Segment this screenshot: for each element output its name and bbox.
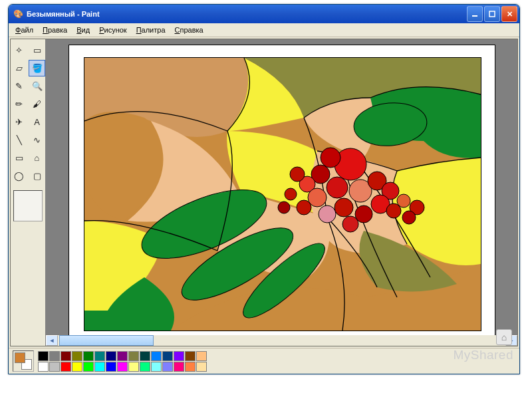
color-swatch[interactable] (83, 351, 94, 361)
canvas-area: ◄ ► (46, 39, 517, 346)
color-swatch[interactable] (38, 362, 49, 372)
color-swatch[interactable] (106, 351, 116, 361)
color-swatch[interactable] (128, 351, 139, 361)
menu-item-0[interactable]: Файл (11, 25, 38, 35)
tool-roundrect[interactable]: ▢ (29, 168, 45, 184)
svg-point-26 (402, 211, 416, 224)
color-swatch[interactable] (140, 362, 150, 372)
svg-point-16 (334, 198, 353, 217)
palette-row-2 (38, 362, 207, 372)
artwork (84, 57, 481, 331)
maximize-button[interactable] (484, 6, 500, 22)
svg-point-27 (285, 188, 297, 200)
tool-freeform-select[interactable]: ✧ (11, 42, 27, 59)
color-swatch[interactable] (151, 362, 162, 372)
tool-polygon[interactable]: ⌂ (29, 150, 45, 166)
current-colors[interactable] (13, 350, 34, 372)
tool-options[interactable] (13, 190, 43, 221)
svg-point-8 (321, 148, 340, 168)
color-swatch[interactable] (117, 362, 128, 372)
color-swatch[interactable] (94, 362, 105, 372)
menu-item-2[interactable]: Вид (72, 25, 94, 35)
tool-rect-select[interactable]: ▭ (29, 42, 45, 59)
color-swatch[interactable] (72, 362, 82, 372)
close-button[interactable]: ✕ (501, 6, 517, 22)
menu-item-1[interactable]: Правка (38, 25, 72, 35)
color-swatch[interactable] (49, 351, 60, 361)
svg-point-15 (319, 205, 336, 223)
svg-point-14 (297, 200, 311, 215)
tool-curve[interactable]: ∿ (29, 132, 45, 148)
tool-brush[interactable]: 🖌 (29, 96, 45, 112)
svg-point-12 (290, 167, 305, 182)
tool-ellipse[interactable]: ◯ (11, 168, 27, 184)
palette-row-1 (38, 351, 207, 361)
color-swatch[interactable] (83, 362, 94, 372)
color-swatch[interactable] (162, 362, 173, 372)
color-swatch[interactable] (117, 351, 128, 361)
minimize-button[interactable] (467, 6, 483, 22)
tool-fill[interactable]: 🪣 (29, 60, 45, 76)
foreground-color-swatch[interactable] (15, 352, 25, 363)
home-icon[interactable]: ⌂ (496, 329, 512, 345)
color-palette (9, 348, 519, 374)
color-swatch[interactable] (196, 351, 207, 361)
tool-picker[interactable]: ✎ (11, 78, 27, 94)
menu-item-4[interactable]: Палитра (132, 25, 170, 35)
horizontal-scrollbar[interactable]: ◄ ► (46, 335, 517, 346)
app-icon: 🎨 (13, 9, 23, 19)
color-swatch[interactable] (174, 351, 184, 361)
color-swatch[interactable] (185, 362, 196, 372)
color-swatch[interactable] (38, 351, 49, 361)
color-swatch[interactable] (196, 362, 207, 372)
color-swatch[interactable] (174, 362, 184, 372)
color-swatch[interactable] (128, 362, 139, 372)
svg-rect-0 (472, 15, 477, 17)
color-swatch[interactable] (140, 351, 150, 361)
watermark: MyShared (453, 348, 513, 362)
color-swatch[interactable] (61, 362, 71, 372)
svg-point-10 (327, 177, 348, 198)
color-swatch[interactable] (61, 351, 71, 361)
color-swatch[interactable] (162, 351, 173, 361)
menu-item-3[interactable]: Рисунок (94, 25, 132, 35)
color-swatch[interactable] (49, 362, 60, 372)
tool-pencil[interactable]: ✏ (11, 96, 27, 112)
scroll-thumb[interactable] (59, 335, 154, 346)
title-bar: 🎨 Безымянный - Paint ✕ (9, 5, 519, 23)
color-swatch[interactable] (72, 351, 82, 361)
menu-item-5[interactable]: Справка (170, 25, 208, 35)
tool-airbrush[interactable]: ✈ (11, 114, 27, 130)
canvas[interactable] (68, 45, 495, 344)
window-title: Безымянный - Paint (27, 10, 100, 18)
scroll-left-button[interactable]: ◄ (46, 335, 58, 346)
svg-point-24 (397, 194, 410, 207)
tool-magnifier[interactable]: 🔍 (29, 78, 45, 94)
color-swatch[interactable] (185, 351, 196, 361)
tool-rectangle[interactable]: ▭ (11, 150, 27, 166)
color-swatch[interactable] (94, 351, 105, 361)
tool-eraser[interactable]: ▱ (11, 60, 27, 76)
svg-point-28 (278, 201, 290, 213)
menu-bar: ФайлПравкаВидРисунокПалитраСправка (9, 23, 519, 37)
svg-rect-1 (489, 11, 495, 17)
color-swatch[interactable] (106, 362, 116, 372)
tool-text[interactable]: A (29, 114, 45, 130)
color-swatch[interactable] (151, 351, 162, 361)
svg-point-22 (342, 216, 358, 232)
tool-line[interactable]: ╲ (11, 132, 27, 148)
toolbox: ✧▭▱🪣✎🔍✏🖌✈A╲∿▭⌂◯▢ (11, 39, 46, 346)
